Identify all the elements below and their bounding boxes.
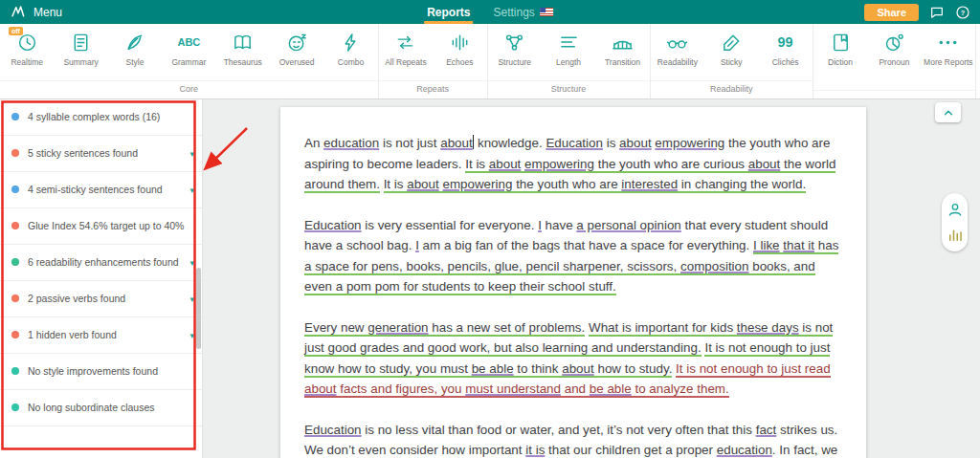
sidebar-finding[interactable]: 4 syllable complex words (16) [0, 99, 202, 136]
finding-text: 4 semi-sticky sentences found [28, 184, 189, 196]
chevron-down-icon[interactable]: ▾ [189, 185, 194, 195]
report-button-summary[interactable]: Summary [54, 24, 107, 80]
chevron-down-icon[interactable]: ▾ [189, 331, 194, 340]
text-segment: What is important for kids [589, 320, 737, 337]
report-button-sticky[interactable]: Sticky [704, 24, 758, 80]
profile-icon[interactable] [947, 201, 964, 218]
chevron-down-icon[interactable]: ▾ [189, 149, 194, 159]
report-label: Thesaurus [224, 57, 262, 67]
text-segment: how to study. [594, 361, 673, 378]
text-segment: about [619, 136, 652, 150]
finding-text: 6 readability enhancements found [28, 256, 189, 269]
document-paragraph: Education is very essential for everyone… [304, 215, 842, 297]
text-segment: about [440, 136, 473, 150]
report-button-pronoun[interactable]: Pronoun [867, 24, 921, 90]
chevron-up-icon [942, 106, 955, 120]
text-segment: about [489, 157, 522, 173]
sidebar-finding[interactable]: 6 readability enhancements found▾ [0, 245, 202, 281]
content-area: 4 syllable complex words (16)5 sticky se… [0, 99, 980, 458]
sidebar-finding[interactable]: Glue Index 54.6% target up to 40% [0, 208, 202, 245]
report-button-style[interactable]: Style [108, 24, 162, 80]
status-dot [11, 403, 19, 411]
sidebar-finding[interactable]: 1 hidden verb found▾ [0, 317, 202, 354]
finding-text: Glue Index 54.6% target up to 40% [28, 220, 194, 232]
toolbar-group-label: Structure [488, 80, 650, 98]
sound-bars-icon [448, 31, 471, 54]
document-paragraph: Education is no less vital than food or … [304, 420, 842, 458]
report-button-clich-s[interactable]: 99Clichés [758, 24, 812, 80]
report-button-more-reports[interactable]: More Reports [922, 24, 975, 90]
toolbar-group-label: Repeats [379, 80, 487, 98]
report-label: Clichés [772, 57, 799, 67]
text-segment: the youth who are curious [594, 157, 748, 173]
report-button-grammar[interactable]: ABCGrammar [162, 24, 215, 80]
text-segment: am a big fan of the bags that have a spa… [419, 238, 753, 252]
tab-reports[interactable]: Reports [427, 0, 470, 24]
sidebar-finding[interactable]: 2 passive verbs found▾ [0, 281, 202, 317]
chat-icon[interactable] [929, 5, 945, 20]
text-segment: has a new set of problems. [429, 320, 586, 337]
sidebar-finding[interactable]: 5 sticky sentences found▾ [0, 136, 202, 172]
report-button-realtime[interactable]: offRealtime [0, 24, 54, 80]
report-button-echoes[interactable]: Echoes [433, 24, 486, 80]
report-button-all-repeats[interactable]: All Repeats [379, 24, 433, 80]
text-segment: education [323, 136, 379, 150]
text-segment: is very essential for everyone. [362, 218, 539, 232]
text-editor[interactable]: An education is not just about knowledge… [280, 107, 866, 458]
report-button-thesaurus[interactable]: Thesaurus [216, 24, 270, 80]
quill-icon [123, 31, 146, 54]
text-segment: facts and figures, you [337, 382, 466, 398]
text-segment: is [603, 136, 619, 150]
chevron-down-icon[interactable]: ▾ [189, 294, 194, 304]
report-button-length[interactable]: Length [542, 24, 595, 80]
tab-reports-label: Reports [427, 6, 470, 19]
menu-button[interactable]: Menu [33, 6, 62, 19]
report-button-structure[interactable]: Structure [488, 24, 542, 80]
sidebar-finding[interactable]: No long subordinate clauses [0, 390, 202, 426]
quotes-icon: 99 [774, 31, 797, 54]
text-segment: Education [546, 136, 603, 150]
bookmark-book-icon [829, 31, 852, 54]
report-button-overused[interactable]: Overused [270, 24, 323, 80]
sidebar-finding[interactable]: 4 semi-sticky sentences found▾ [0, 172, 202, 208]
text-segment: It is [465, 157, 489, 173]
sidebar-scrollbar[interactable] [196, 268, 201, 349]
report-button-combo[interactable]: Combo [323, 24, 377, 80]
report-button-diction[interactable]: Diction [813, 24, 867, 90]
pronoun-pie-icon [882, 31, 905, 54]
tab-settings[interactable]: Settings [493, 0, 552, 24]
off-badge: off [9, 27, 23, 35]
share-button[interactable]: Share [864, 4, 919, 21]
report-label: Realtime [11, 57, 43, 67]
report-button-readability[interactable]: Readability [651, 24, 704, 80]
text-segment: is no less vital than food or water, and… [362, 423, 756, 437]
collapse-toolbar-button[interactable] [935, 102, 961, 122]
language-flag-icon[interactable] [540, 8, 553, 16]
text-segment: empowering [442, 177, 512, 193]
report-label: Overused [279, 57, 315, 67]
topbar-actions: Share ? [864, 4, 970, 21]
text-segment: about [748, 157, 781, 173]
report-label: Style [126, 57, 145, 67]
status-dot [11, 367, 19, 375]
text-segment: is not just [379, 136, 440, 150]
status-dot [11, 149, 19, 157]
text-segment: composition [680, 259, 748, 275]
status-dot [11, 331, 19, 338]
status-dot [11, 222, 19, 229]
text-segment: An [304, 136, 323, 150]
chevron-down-icon[interactable]: ▾ [189, 258, 194, 268]
prowritingaid-logo-icon[interactable] [10, 4, 27, 21]
text-segment: education [717, 443, 772, 457]
report-label: Pronoun [879, 57, 909, 67]
bridge-icon [611, 31, 634, 54]
text-segment: to think [514, 361, 563, 378]
nav-tabs: Reports Settings [427, 0, 553, 24]
text-segment: that it [783, 238, 814, 254]
sleepy-face-icon [285, 31, 308, 54]
help-icon[interactable]: ? [955, 5, 970, 20]
stats-bars-icon[interactable] [947, 227, 964, 244]
text-segment: about [562, 361, 594, 378]
report-button-transition[interactable]: Transition [595, 24, 649, 80]
sidebar-finding[interactable]: No style improvements found [0, 354, 202, 390]
